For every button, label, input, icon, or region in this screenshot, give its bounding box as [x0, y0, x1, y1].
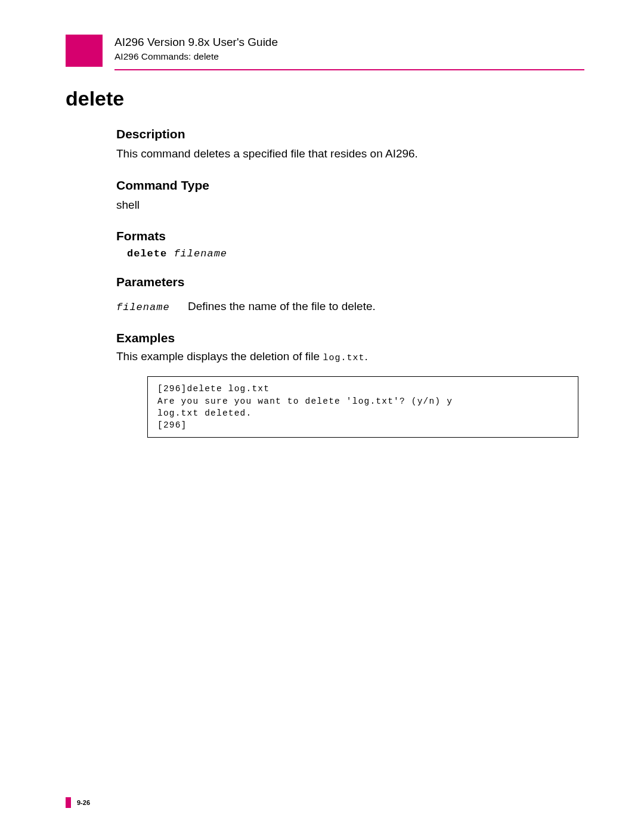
parameters-heading: Parameters — [116, 275, 584, 289]
format-param: filename — [174, 248, 227, 259]
formats-heading: Formats — [116, 229, 584, 243]
examples-intro-suffix: . — [364, 350, 367, 363]
description-text: This command deletes a specified file th… — [116, 146, 584, 162]
page-footer: 9-26 — [66, 797, 90, 808]
header-text-group: AI296 Version 9.8x User's Guide AI296 Co… — [114, 35, 278, 62]
examples-intro: This example displays the deletion of fi… — [116, 350, 584, 363]
page-number: 9-26 — [77, 799, 90, 806]
footer-brand-mark — [66, 797, 71, 808]
page-header: AI296 Version 9.8x User's Guide AI296 Co… — [66, 35, 584, 67]
command-type-text: shell — [116, 197, 584, 213]
examples-heading: Examples — [116, 331, 584, 345]
guide-title: AI296 Version 9.8x User's Guide — [114, 36, 278, 49]
description-heading: Description — [116, 127, 584, 141]
formats-syntax: delete filename — [127, 248, 584, 259]
format-command: delete — [127, 248, 174, 259]
parameter-description: Defines the name of the file to delete. — [188, 300, 376, 313]
brand-logo-block — [66, 35, 103, 67]
command-type-heading: Command Type — [116, 178, 584, 193]
example-code-block: [296]delete log.txt Are you sure you wan… — [147, 376, 578, 438]
header-rule — [114, 69, 584, 70]
parameter-row: filename Defines the name of the file to… — [116, 300, 584, 313]
page-title: delete — [66, 87, 584, 110]
breadcrumb: AI296 Commands: delete — [114, 51, 278, 62]
page: AI296 Version 9.8x User's Guide AI296 Co… — [0, 0, 644, 833]
content-area: Description This command deletes a speci… — [116, 127, 584, 438]
examples-intro-prefix: This example displays the deletion of fi… — [116, 350, 323, 363]
parameter-name: filename — [116, 302, 188, 313]
parameters-table: filename Defines the name of the file to… — [116, 300, 584, 313]
examples-intro-code: log.txt — [323, 353, 364, 363]
